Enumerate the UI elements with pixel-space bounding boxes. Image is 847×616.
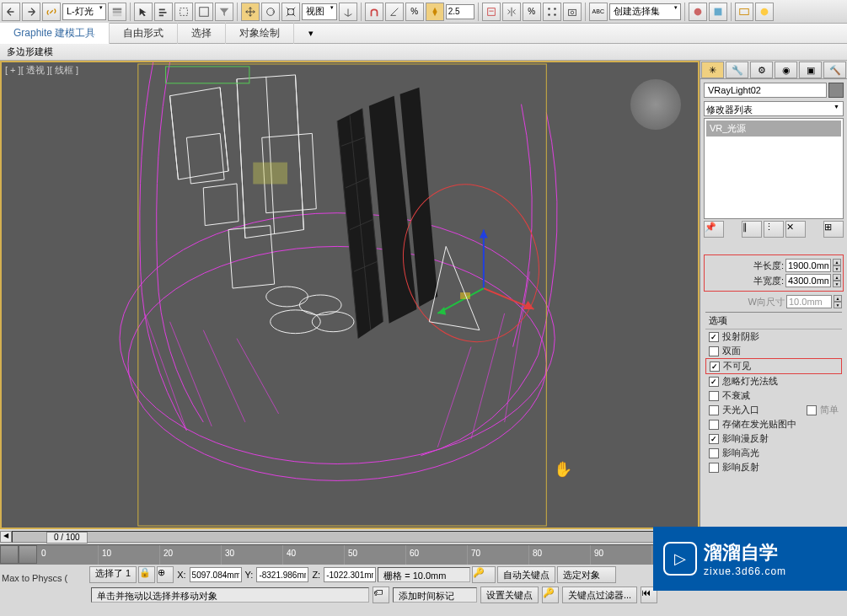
- ribbon-subtab[interactable]: 多边形建模: [0, 44, 847, 61]
- window-select-icon[interactable]: [195, 3, 213, 21]
- tag-icon[interactable]: 🏷: [373, 587, 389, 603]
- spinner-snap-icon[interactable]: [426, 3, 444, 21]
- align-icon[interactable]: %: [523, 3, 541, 21]
- w-size-spinner: ▲▼: [834, 295, 842, 308]
- redo-icon[interactable]: [22, 3, 40, 21]
- named-sel-icon[interactable]: [482, 3, 501, 21]
- configure-stack-icon[interactable]: ⊞: [823, 221, 844, 238]
- y-coord-input[interactable]: [256, 567, 308, 582]
- no-decay-checkbox[interactable]: 不衰减: [705, 388, 842, 403]
- key-filter-icon[interactable]: 🔑: [542, 587, 559, 603]
- stack-item-vrlight[interactable]: VR_光源: [706, 121, 841, 137]
- layers-icon[interactable]: [108, 3, 126, 21]
- tab-utility-icon[interactable]: 🔨: [823, 62, 846, 78]
- scale-icon[interactable]: [281, 3, 300, 21]
- tab-motion-icon[interactable]: ◉: [775, 62, 797, 78]
- percent-snap-icon[interactable]: %: [405, 3, 424, 21]
- auto-key-button[interactable]: 自动关键点: [497, 566, 555, 583]
- stack-config3-icon[interactable]: ✕: [785, 221, 806, 238]
- time-display[interactable]: 0 / 100: [46, 532, 88, 544]
- checkbox-icon[interactable]: [709, 434, 719, 444]
- material-icon[interactable]: [689, 3, 707, 21]
- coord-mode-icon[interactable]: ⊕: [157, 566, 174, 583]
- time-slider-track[interactable]: 0 / 100: [12, 531, 688, 543]
- ribbon-tab-paint[interactable]: 对象绘制: [226, 23, 294, 44]
- affect-specular-checkbox[interactable]: 影响高光: [705, 446, 842, 460]
- key-icon[interactable]: 🔑: [472, 566, 496, 583]
- z-coord-input[interactable]: [324, 567, 376, 582]
- angle-snap-icon[interactable]: [385, 3, 404, 21]
- add-time-tag[interactable]: 添加时间标记: [393, 587, 477, 603]
- checkbox-icon[interactable]: [709, 391, 719, 401]
- render-setup-icon[interactable]: [735, 3, 753, 21]
- select-icon[interactable]: [134, 3, 153, 21]
- checkbox-icon[interactable]: [710, 362, 720, 372]
- ignore-normals-checkbox[interactable]: 忽略灯光法线: [705, 374, 842, 388]
- affect-diffuse-checkbox[interactable]: 影响漫反射: [705, 431, 842, 446]
- tab-modify-icon[interactable]: 🔧: [726, 62, 748, 78]
- checkbox-icon[interactable]: [709, 463, 719, 473]
- half-width-spinner[interactable]: ▲▼: [833, 274, 841, 287]
- checkbox-icon[interactable]: [709, 448, 719, 458]
- x-coord-input[interactable]: [190, 567, 242, 582]
- double-sided-checkbox[interactable]: 双面: [705, 344, 842, 358]
- half-length-input[interactable]: [785, 259, 831, 272]
- layer-dropdown[interactable]: L-灯光: [62, 3, 106, 20]
- checkbox-icon[interactable]: [709, 420, 719, 430]
- half-width-input[interactable]: [785, 274, 831, 287]
- view-dropdown[interactable]: 视图: [302, 3, 337, 20]
- checkbox-icon[interactable]: [709, 405, 719, 415]
- lock-icon[interactable]: 🔒: [138, 566, 155, 583]
- ribbon-tab-select[interactable]: 选择: [178, 23, 226, 44]
- store-irrad-checkbox[interactable]: 存储在发光贴图中: [705, 417, 842, 431]
- ruler-toggle2-icon[interactable]: [19, 545, 37, 564]
- viewport-perspective[interactable]: [ + ][ 透视 ][ 线框 ]: [0, 61, 700, 529]
- stack-config2-icon[interactable]: ⋮: [764, 221, 784, 238]
- checkbox-icon[interactable]: [709, 346, 719, 356]
- snap-icon[interactable]: [365, 3, 383, 21]
- cast-shadows-checkbox[interactable]: 投射阴影: [705, 329, 842, 344]
- invisible-checkbox[interactable]: 不可见: [705, 358, 842, 374]
- modifier-list-dropdown[interactable]: 修改器列表: [704, 101, 844, 116]
- array-icon[interactable]: [543, 3, 561, 21]
- ribbon-tab-freeform[interactable]: 自由形式: [110, 23, 178, 44]
- quick-render-icon[interactable]: [755, 3, 774, 21]
- tab-create-icon[interactable]: ✳: [701, 62, 724, 78]
- abc-icon[interactable]: ABC: [589, 3, 608, 21]
- tab-display-icon[interactable]: ▣: [799, 62, 822, 78]
- selected-obj-dropdown[interactable]: 选定对象: [557, 566, 616, 583]
- move-icon[interactable]: [241, 3, 260, 21]
- svg-point-25: [312, 312, 354, 332]
- skylight-checkbox[interactable]: 天光入口 简单: [705, 403, 842, 417]
- ribbon-tab-graphite[interactable]: Graphite 建模工具: [0, 23, 110, 44]
- key-filter-button[interactable]: 关键点过滤器...: [562, 587, 637, 603]
- ruler-toggle-icon[interactable]: [0, 545, 19, 564]
- set-key-button[interactable]: 设置关键点: [480, 587, 539, 603]
- snapshot-icon[interactable]: [563, 3, 582, 21]
- modifier-stack[interactable]: VR_光源: [704, 118, 844, 219]
- rotate-icon[interactable]: [261, 3, 280, 21]
- w-size-input: [786, 295, 832, 308]
- select-name-icon[interactable]: [154, 3, 173, 21]
- checkbox-icon[interactable]: [709, 377, 719, 387]
- prev-frame-icon[interactable]: ◀: [0, 531, 12, 543]
- selection-set-dropdown[interactable]: 创建选择集: [609, 3, 681, 20]
- half-length-spinner[interactable]: ▲▼: [833, 259, 841, 272]
- undo-icon[interactable]: [2, 3, 20, 21]
- rect-select-icon[interactable]: [174, 3, 193, 21]
- axis-icon[interactable]: [339, 3, 357, 21]
- object-color-swatch[interactable]: [828, 83, 844, 98]
- tab-hierarchy-icon[interactable]: ⚙: [750, 62, 773, 78]
- object-name-input[interactable]: VRayLight02: [704, 83, 827, 98]
- pin-stack-icon[interactable]: 📌: [704, 221, 724, 238]
- filter-icon[interactable]: [215, 3, 233, 21]
- link-icon[interactable]: [42, 3, 61, 21]
- checkbox-icon[interactable]: [709, 332, 719, 342]
- render-icon[interactable]: [709, 3, 727, 21]
- svg-rect-3: [159, 8, 165, 10]
- stack-config1-icon[interactable]: ∥: [742, 221, 762, 238]
- affect-reflect-checkbox[interactable]: 影响反射: [705, 460, 842, 474]
- time-slider[interactable]: ◀ 0 / 100 ▶: [0, 529, 700, 544]
- spinner-value-input[interactable]: [446, 4, 474, 19]
- mirror-icon[interactable]: [502, 3, 521, 21]
